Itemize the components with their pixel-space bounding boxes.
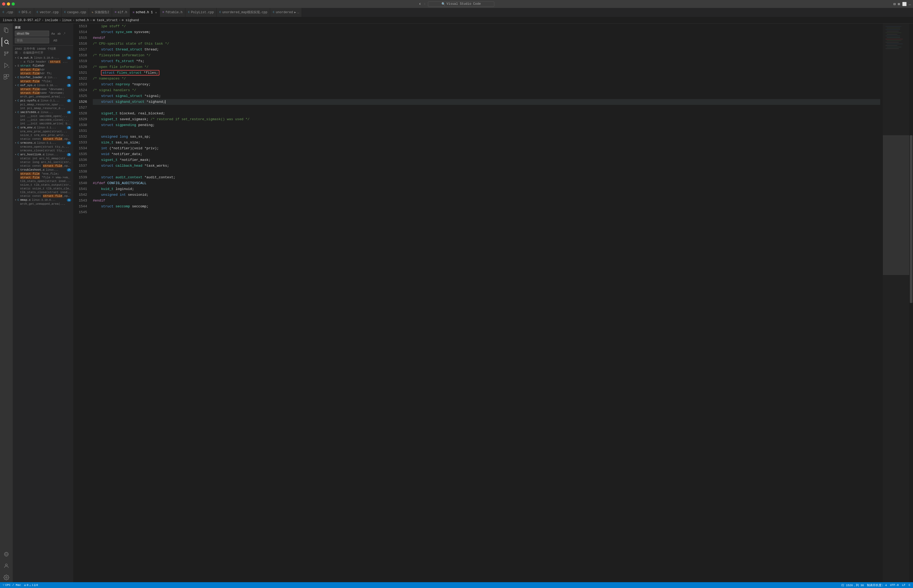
tab-elf[interactable]: H elf.h — [112, 8, 130, 17]
code-line[interactable]: #ifdef CONFIG_AUDITSYSCALL — [93, 181, 880, 186]
case-sensitive-btn[interactable]: Aa — [50, 31, 56, 36]
tab-dfs[interactable]: C DFS.c — [16, 8, 34, 17]
tab-unordered-map[interactable]: C unordered_map模拟实现.cpp — [217, 8, 270, 17]
result-file-binfmt[interactable]: ▾ C binfmt_loader.c lin... 1 — [13, 75, 73, 79]
code-line[interactable]: struct fs_struct *fs; — [93, 58, 880, 64]
result-file-pci[interactable]: ▾ C pci-sysfs.c linux-3.1... 2 — [13, 99, 73, 103]
code-line[interactable]: struct seccomp seccomp; — [93, 204, 880, 210]
vertical-scrollbar[interactable] — [909, 24, 913, 582]
result-match[interactable]: arch_get_unmapped_area(... — [13, 202, 73, 206]
status-errors[interactable]: ⊘ 0 ⚠ 1 ℹ 0 — [24, 583, 38, 587]
result-match[interactable]: int __init smcc669_open(... — [13, 115, 73, 118]
regex-btn[interactable]: .* — [62, 31, 66, 36]
result-match[interactable]: int __init smcc669_write( S... — [13, 122, 73, 126]
code-line[interactable]: sigset_t *notifier_mask; — [93, 157, 880, 163]
status-language[interactable]: C — [908, 583, 910, 587]
result-match[interactable]: static const struct file_ope... — [13, 194, 73, 198]
result-match[interactable]: tlb_stats_close(struct inod... — [13, 191, 73, 194]
code-line[interactable]: kuid_t loginuid; — [93, 186, 880, 192]
breadcrumb-part[interactable]: linux-3.10.0-957.el7 — [3, 18, 41, 22]
result-file-srmenv[interactable]: ▾ C srm_env.c linux-3.1... 3 — [13, 126, 73, 130]
scrollbar-thumb[interactable] — [910, 135, 913, 303]
code-line[interactable]: unsigned long sas_ss_sp; — [93, 134, 880, 140]
activity-icon-account[interactable] — [2, 561, 11, 570]
code-line[interactable]: struct sighand_struct *sighand; — [93, 99, 880, 105]
code-line[interactable]: /* open file information */ — [93, 64, 880, 70]
result-match[interactable]: int pci_mmap_resource_d... — [13, 107, 73, 110]
result-match[interactable]: pci_mmap_resource_spar... — [13, 103, 73, 107]
code-line[interactable]: struct nsproxy *nsproxy; — [93, 82, 880, 87]
search-input[interactable] — [15, 31, 49, 36]
split-icon[interactable]: ⊞ — [898, 2, 900, 6]
tab-fdtable[interactable]: H fdtable.h — [160, 8, 186, 17]
breadcrumb-part[interactable]: ⊟ task_struct — [93, 18, 118, 22]
tab-vector[interactable]: C vector.cpp — [34, 8, 62, 17]
more-icon[interactable]: … — [909, 2, 911, 6]
tab-close-active[interactable]: ✕ — [155, 11, 157, 14]
whole-word-btn[interactable]: ab — [56, 31, 62, 36]
result-match[interactable]: srmcons_close(struct tty_... — [13, 149, 73, 152]
result-match[interactable]: struct file *file = vma->vm... — [13, 176, 73, 179]
code-line[interactable]: /* CPU-specific state of this task */ — [93, 41, 880, 47]
tab-report[interactable]: ✎ 实验报告2 — [89, 8, 112, 17]
status-encoding[interactable]: UTF-8 — [890, 583, 899, 587]
tab-unordered[interactable]: C unordered ▶ … — [270, 8, 302, 17]
code-line[interactable]: #endif — [93, 35, 880, 41]
code-content[interactable]: ipe stuff */ struct sysv_sem sysvsem;#en… — [90, 24, 883, 582]
result-match[interactable]: struct file *file; — [13, 79, 73, 83]
result-match[interactable]: struct file *exe_file; — [13, 172, 73, 176]
activity-icon-remote[interactable] — [2, 549, 11, 559]
replace-input[interactable] — [15, 37, 49, 43]
breadcrumb-part[interactable]: include — [45, 18, 58, 22]
tab-sched[interactable]: H sched.h 1 ✕ — [130, 8, 160, 17]
result-match[interactable]: static long arc_hl_ioctl(str... — [13, 160, 73, 164]
tab-caogao[interactable]: C caogao.cpp — [62, 8, 89, 17]
result-match[interactable]: static const struct file_ope... — [13, 137, 73, 141]
activity-icon-settings[interactable] — [2, 573, 11, 582]
result-match[interactable]: srm_env_proc_open(struct... — [13, 130, 73, 133]
code-line[interactable] — [93, 210, 880, 215]
code-line[interactable]: size_t sas_ss_size; — [93, 140, 880, 145]
result-file-arc[interactable]: ▾ C arc_hostlink.c linux... 3 — [13, 152, 73, 157]
back-icon[interactable]: ‹ — [419, 2, 421, 6]
code-line[interactable] — [93, 128, 880, 134]
result-match[interactable]: static int arc_hl_mmap(str... — [13, 157, 73, 160]
breadcrumb-part[interactable]: ⊙ sighand — [122, 18, 139, 22]
result-file-smc[interactable]: ▾ C smc37c669.c linux... 4 — [13, 110, 73, 115]
activity-icon-search[interactable] — [2, 37, 11, 47]
status-branch[interactable]: ⑂ CPC / Mac — [3, 583, 21, 587]
code-line[interactable]: struct sigpending pending; — [93, 122, 880, 128]
result-match[interactable]: srmcons_open(struct tty_s... — [13, 145, 73, 149]
activity-icon-run[interactable] — [2, 60, 11, 70]
result-struct-filehdr[interactable]: ▸ S struct filehdr — [13, 64, 73, 68]
code-line[interactable]: #endif — [93, 198, 880, 204]
code-line[interactable]: struct signal_struct *signal; — [93, 93, 880, 99]
activity-icon-explorer[interactable] — [2, 26, 11, 35]
result-match[interactable]: static ssize_t tlb_stats_cle... — [13, 187, 73, 191]
code-line[interactable]: struct audit_context *audit_context; — [93, 174, 880, 181]
code-line[interactable]: /* namespaces */ — [93, 76, 880, 82]
result-match[interactable]: ssize_t srm_env_proc_writ... — [13, 133, 73, 137]
activity-icon-scm[interactable] — [2, 49, 11, 58]
code-line[interactable]: struct files_struct *files; — [93, 70, 880, 76]
code-line[interactable]: /* signal handlers */ — [93, 87, 880, 93]
result-match[interactable]: static const struct file_ope... — [13, 164, 73, 168]
minimap-slider[interactable] — [883, 135, 909, 275]
code-line[interactable] — [93, 169, 880, 174]
result-file-mmap[interactable]: ▾ C mmap.c linux-3.10.0... 1 — [13, 198, 73, 202]
code-line[interactable]: struct thread_struct thread; — [93, 47, 880, 53]
result-file-troubleshoot[interactable]: ▾ C troubleshoot.c linux... 7 — [13, 168, 73, 172]
code-line[interactable]: unsigned int sessionid; — [93, 192, 880, 198]
result-match[interactable]: arch_get_unmapped_area(... — [13, 95, 73, 99]
status-line-col[interactable]: 行 1526，列 36 — [841, 583, 864, 587]
search-bar[interactable]: 🔍 Visual Studio Code — [428, 1, 494, 7]
result-match[interactable]: ssize_t tlb_stats_output(str... — [13, 183, 73, 187]
preserve-case-btn[interactable]: AB — [52, 38, 58, 42]
code-line[interactable]: void *notifier_data; — [93, 151, 880, 157]
maximize-btn[interactable] — [11, 2, 15, 6]
result-match[interactable]: - a file header (struct ... — [13, 60, 73, 64]
result-match[interactable]: struct filehdr fh; — [13, 71, 73, 75]
close-btn[interactable] — [2, 2, 5, 6]
result-match[interactable]: struct filename *devname; — [13, 91, 73, 95]
tab-play-btn[interactable]: ▶ — [294, 11, 296, 14]
